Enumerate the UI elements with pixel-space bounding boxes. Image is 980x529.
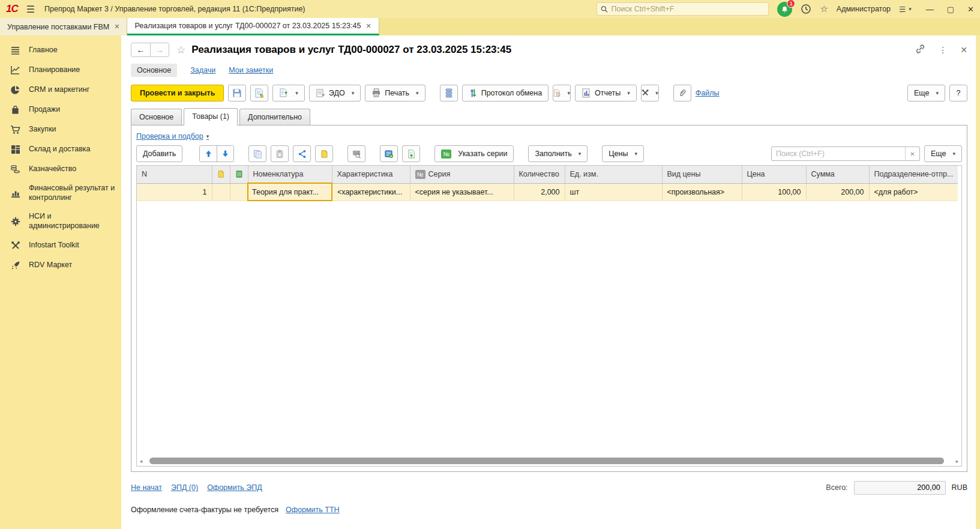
table-more-button[interactable]: Еще xyxy=(924,145,962,162)
sidebar-item-main[interactable]: Главное xyxy=(0,40,121,60)
exchange-protocol-button[interactable]: Протокол обмена xyxy=(462,85,549,101)
form-close-icon[interactable]: ✕ xyxy=(960,45,967,55)
window-minimize-icon[interactable]: — xyxy=(926,5,934,14)
fill-check-button[interactable] xyxy=(380,145,398,162)
add-row-button[interactable]: Добавить xyxy=(136,145,182,162)
window-close-icon[interactable]: ✕ xyxy=(967,5,974,14)
post-document-button[interactable] xyxy=(250,85,268,101)
current-user[interactable]: Администратор xyxy=(837,5,891,13)
main-menu-icon[interactable]: ☰ xyxy=(26,4,35,15)
post-and-close-button[interactable]: Провести и закрыть xyxy=(131,85,224,101)
create-epd-link[interactable]: Оформить ЭПД xyxy=(207,483,262,492)
window-tab-realization[interactable]: Реализация товаров и услуг ТД00-000027 о… xyxy=(127,18,379,35)
create-ttn-link[interactable]: Оформить ТТН xyxy=(286,506,340,514)
column-n[interactable]: N xyxy=(137,166,212,183)
column-characteristic[interactable]: Характеристика xyxy=(332,166,410,183)
column-unit[interactable]: Ед. изм. xyxy=(565,166,662,183)
notifications-bell-icon[interactable]: 1 xyxy=(777,2,792,17)
column-doc-flag[interactable] xyxy=(212,166,230,183)
cell-characteristic[interactable]: <характеристики... xyxy=(332,183,410,201)
print-button[interactable]: Печать xyxy=(365,85,425,101)
edo-button[interactable]: ЭДО xyxy=(309,85,361,101)
cell-department[interactable]: <для работ> xyxy=(869,183,958,201)
column-department[interactable]: Подразделение-отпр... xyxy=(869,166,958,183)
sidebar-item-treasury[interactable]: Казначейство xyxy=(0,159,121,179)
cell-sum[interactable]: 200,00 xyxy=(806,183,869,201)
change-document-button[interactable] xyxy=(315,145,333,162)
help-button[interactable]: ? xyxy=(949,85,967,101)
barcode-scan-button[interactable] xyxy=(347,145,365,162)
column-series-flag[interactable] xyxy=(230,166,248,183)
get-link-icon[interactable] xyxy=(915,44,925,56)
sidebar-item-purchases[interactable]: Закупки xyxy=(0,119,121,139)
cell-nomenclature-selected[interactable]: Теория для практ... xyxy=(248,183,332,201)
check-and-pick-link[interactable]: Проверка и подбор xyxy=(136,132,209,141)
scroll-left-icon[interactable]: ◂ xyxy=(138,458,144,464)
service-tools-button[interactable] xyxy=(641,85,659,101)
cell-price[interactable]: 100,00 xyxy=(742,183,806,201)
table-search-field[interactable] xyxy=(772,150,905,158)
move-down-button[interactable] xyxy=(217,146,233,162)
delivery-status-link[interactable]: Не начат xyxy=(131,483,162,492)
column-nomenclature[interactable]: Номенклатура xyxy=(248,166,332,183)
favorites-star-icon[interactable]: ☆ xyxy=(820,4,828,14)
tab-goods[interactable]: Товары (1) xyxy=(184,108,238,125)
structure-register-button[interactable] xyxy=(440,85,458,101)
nav-link-tasks[interactable]: Задачи xyxy=(190,66,215,74)
global-search-input[interactable] xyxy=(597,2,769,16)
scrollbar-thumb[interactable] xyxy=(149,458,944,464)
load-rows-button[interactable] xyxy=(402,145,420,162)
window-maximize-icon[interactable]: ▢ xyxy=(947,5,954,14)
schedule-button[interactable] xyxy=(553,85,571,101)
more-button[interactable]: Еще xyxy=(907,85,945,101)
create-based-on-button[interactable] xyxy=(272,85,305,101)
cell-price-type[interactable]: <произвольная> xyxy=(662,183,742,201)
sidebar-item-nsi-admin[interactable]: НСИ и администрирование xyxy=(0,207,121,235)
favorite-star-icon[interactable]: ☆ xyxy=(176,44,185,56)
column-sum[interactable]: Сумма xyxy=(806,166,869,183)
files-link[interactable]: Файлы xyxy=(696,89,720,97)
table-row[interactable]: 1 Теория для практ... <характеристики...… xyxy=(137,183,958,201)
window-tab-fbm[interactable]: Управление поставками FBM ✕ xyxy=(0,18,127,35)
history-icon[interactable] xyxy=(801,4,811,14)
tab-close-icon[interactable]: ✕ xyxy=(114,23,119,31)
copy-row-button[interactable] xyxy=(248,145,266,162)
cell-quantity[interactable]: 2,000 xyxy=(514,183,565,201)
epd-link[interactable]: ЭПД (0) xyxy=(171,483,198,492)
column-quantity[interactable]: Количество xyxy=(514,166,565,183)
fill-button[interactable]: Заполнить xyxy=(528,145,588,162)
global-search-field[interactable] xyxy=(612,5,765,13)
set-series-button[interactable]: №Указать серии xyxy=(434,145,514,162)
forward-button[interactable]: → xyxy=(150,43,169,56)
paste-row-button[interactable] xyxy=(271,145,289,162)
nav-link-main[interactable]: Основное xyxy=(131,64,177,77)
sidebar-item-infostart-toolkit[interactable]: Infostart Toolkit xyxy=(0,236,121,256)
cell-unit[interactable]: шт xyxy=(565,183,662,201)
table-search-input[interactable]: ✕ xyxy=(771,147,920,161)
sidebar-item-finance[interactable]: Финансовый результат и контроллинг xyxy=(0,179,121,207)
service-menu-icon[interactable]: ☰ xyxy=(899,5,912,14)
clear-search-icon[interactable]: ✕ xyxy=(905,147,919,160)
prices-button[interactable]: Цены xyxy=(602,145,644,162)
save-button[interactable] xyxy=(228,85,246,101)
column-price[interactable]: Цена xyxy=(742,166,806,183)
column-series[interactable]: №Серия xyxy=(410,166,514,183)
column-price-type[interactable]: Вид цены xyxy=(662,166,742,183)
attachments-button[interactable] xyxy=(673,85,691,101)
sidebar-item-sales[interactable]: Продажи xyxy=(0,100,121,119)
horizontal-scrollbar[interactable]: ◂ ▸ xyxy=(138,457,960,465)
sidebar-item-crm[interactable]: CRM и маркетинг xyxy=(0,80,121,100)
move-up-button[interactable] xyxy=(200,146,217,162)
scroll-right-icon[interactable]: ▸ xyxy=(954,458,960,464)
sidebar-item-rdv-market[interactable]: RDV Маркет xyxy=(0,256,121,276)
tab-close-icon[interactable]: ✕ xyxy=(365,22,371,30)
reports-button[interactable]: Отчеты xyxy=(575,85,637,101)
cell-series-flag[interactable] xyxy=(230,183,248,201)
more-options-kebab-icon[interactable]: ⋮ xyxy=(939,45,947,55)
total-amount-field[interactable] xyxy=(854,481,946,495)
cell-n[interactable]: 1 xyxy=(137,183,212,201)
nav-link-notes[interactable]: Мои заметки xyxy=(229,66,273,74)
sidebar-item-planning[interactable]: Планирование xyxy=(0,60,121,80)
back-button[interactable]: ← xyxy=(131,43,150,56)
tab-additional[interactable]: Дополнительно xyxy=(239,109,310,125)
